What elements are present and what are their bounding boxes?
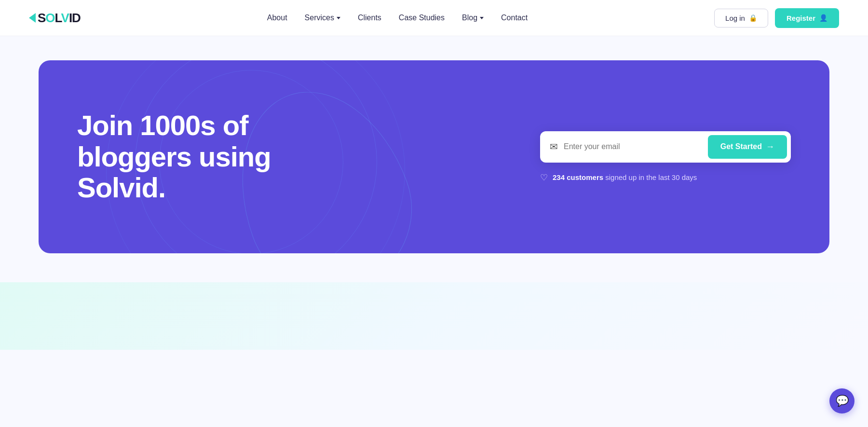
email-form: ✉ Get Started → [540, 131, 791, 163]
nav-item-about[interactable]: About [267, 14, 287, 22]
arrow-right-icon: → [766, 142, 774, 152]
logo-text: SOLVID [38, 11, 81, 26]
chat-bubble[interactable]: 💬 [829, 388, 854, 413]
register-label: Register [787, 14, 815, 22]
nav-actions: Log in 🔒 Register 👤 [714, 8, 839, 28]
login-button[interactable]: Log in 🔒 [714, 9, 768, 28]
nav-item-clients[interactable]: Clients [358, 14, 381, 22]
chevron-down-icon [337, 17, 340, 19]
email-input[interactable] [564, 142, 702, 151]
email-icon: ✉ [550, 141, 558, 152]
nav-item-blog[interactable]: Blog [462, 14, 484, 22]
heart-icon: ♡ [540, 172, 548, 183]
bottom-section [0, 282, 868, 350]
hero-title: Join 1000s of bloggers using Solvid. [77, 110, 328, 204]
social-proof-suffix: signed up in the last 30 days [603, 173, 697, 181]
nav-item-case-studies[interactable]: Case Studies [399, 14, 445, 22]
nav-item-services[interactable]: Services [305, 14, 340, 22]
chevron-down-icon [480, 17, 484, 19]
social-proof: ♡ 234 customers signed up in the last 30… [540, 172, 791, 183]
social-proof-count: 234 customers [553, 173, 603, 181]
social-proof-text: 234 customers signed up in the last 30 d… [553, 173, 697, 181]
navbar: SOLVID About Services Clients Case Studi… [0, 0, 868, 36]
chat-icon: 💬 [836, 395, 849, 407]
logo[interactable]: SOLVID [29, 11, 81, 26]
login-label: Log in [725, 14, 745, 22]
logo-arrow-icon [29, 13, 36, 23]
lock-icon: 🔒 [749, 14, 757, 22]
person-icon: 👤 [819, 14, 827, 22]
hero-card: Join 1000s of bloggers using Solvid. ✉ G… [39, 60, 829, 253]
cta-label: Get Started [720, 142, 762, 151]
register-button[interactable]: Register 👤 [775, 8, 839, 28]
hero-right: ✉ Get Started → ♡ 234 customers signed u… [540, 131, 791, 183]
get-started-button[interactable]: Get Started → [708, 135, 787, 159]
nav-links: About Services Clients Case Studies Blog… [267, 14, 528, 22]
hero-left: Join 1000s of bloggers using Solvid. [77, 110, 328, 204]
nav-item-contact[interactable]: Contact [501, 14, 528, 22]
hero-wrapper: Join 1000s of bloggers using Solvid. ✉ G… [0, 36, 868, 282]
